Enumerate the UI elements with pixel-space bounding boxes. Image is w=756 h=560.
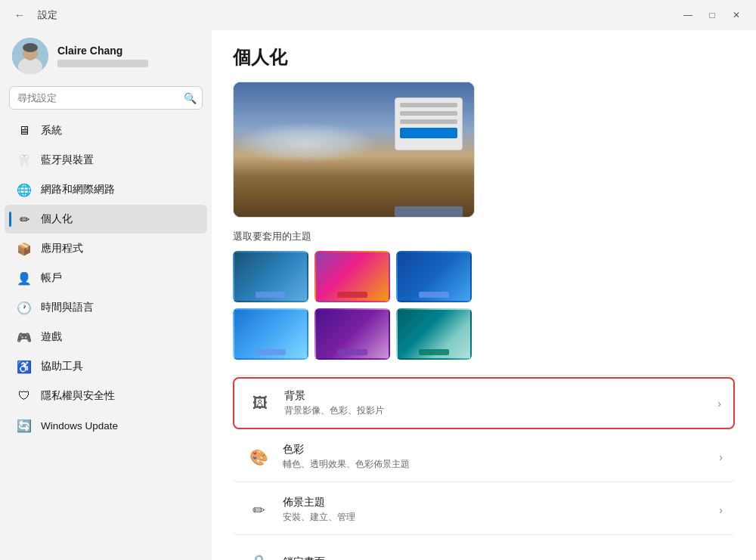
update-icon: 🔄 <box>17 418 32 433</box>
themes-grid <box>233 251 735 360</box>
menu-item-lockscreen[interactable]: 🔒 鎖定畫面 › <box>233 538 735 560</box>
themes-subtitle: 安裝、建立、管理 <box>283 511 719 524</box>
theme-taskbar-5 <box>337 349 367 355</box>
sidebar-label-update: Windows Update <box>41 420 118 432</box>
sidebar-item-bluetooth[interactable]: 🦷 藍牙與裝置 <box>5 146 207 175</box>
user-info: Claire Chang <box>57 45 148 67</box>
colors-chevron: › <box>719 451 723 463</box>
theme-taskbar-1 <box>256 292 286 298</box>
sidebar: Claire Chang 🔍 🖥 系統 🦷 藍牙與裝置 🌐 網路和網際網路 ✏ … <box>0 30 212 560</box>
themes-icon: ✏ <box>245 497 272 524</box>
accessibility-icon: ♿ <box>17 359 32 374</box>
theme-taskbar-6 <box>419 349 449 355</box>
user-bar <box>57 60 148 67</box>
sidebar-item-network[interactable]: 🌐 網路和網際網路 <box>5 175 207 204</box>
preview-line-3 <box>400 119 457 124</box>
games-icon: 🎮 <box>17 330 32 345</box>
menu-item-colors[interactable]: 🎨 色彩 輔色、透明效果、色彩佈景主題 › <box>233 432 735 482</box>
sidebar-label-accessibility: 協助工具 <box>41 360 83 373</box>
network-icon: 🌐 <box>17 182 32 197</box>
preview-button <box>400 128 457 138</box>
themes-title: 佈景主題 <box>283 496 719 509</box>
sidebar-label-network: 網路和網際網路 <box>41 183 115 196</box>
avatar-image <box>12 38 48 74</box>
theme-preview <box>233 82 475 218</box>
lockscreen-text: 鎖定畫面 <box>283 555 719 560</box>
background-title: 背景 <box>284 389 717 403</box>
theme-item-2[interactable] <box>314 251 390 302</box>
sidebar-item-account[interactable]: 👤 帳戶 <box>5 264 207 292</box>
sidebar-item-privacy[interactable]: 🛡 隱私權與安全性 <box>5 382 207 410</box>
menu-list: 🖼 背景 背景影像、色彩、投影片 › 🎨 色彩 輔色、透明效果、色彩佈景主題 ›… <box>233 375 735 560</box>
sidebar-item-games[interactable]: 🎮 遊戲 <box>5 323 207 351</box>
maximize-button[interactable]: □ <box>702 7 723 23</box>
main-container: Claire Chang 🔍 🖥 系統 🦷 藍牙與裝置 🌐 網路和網際網路 ✏ … <box>0 30 756 560</box>
background-chevron: › <box>717 398 721 410</box>
sidebar-item-update[interactable]: 🔄 Windows Update <box>5 411 207 440</box>
personalize-icon: ✏ <box>17 212 32 227</box>
sidebar-item-system[interactable]: 🖥 系統 <box>5 116 207 145</box>
preview-taskbar <box>395 206 463 217</box>
theme-item-4[interactable] <box>233 308 308 360</box>
title-bar-left: ← 設定 <box>9 5 57 26</box>
sidebar-label-games: 遊戲 <box>41 330 62 344</box>
apps-icon: 📦 <box>17 241 32 256</box>
sidebar-label-apps: 應用程式 <box>41 242 83 255</box>
theme-section-label: 選取要套用的主題 <box>233 230 735 243</box>
sidebar-item-personalize[interactable]: ✏ 個人化 <box>5 205 207 234</box>
search-input[interactable] <box>9 86 203 110</box>
themes-text: 佈景主題 安裝、建立、管理 <box>283 496 719 524</box>
minimize-button[interactable]: — <box>677 7 699 23</box>
colors-icon: 🎨 <box>245 444 272 471</box>
background-subtitle: 背景影像、色彩、投影片 <box>284 404 717 417</box>
system-icon: 🖥 <box>17 123 32 138</box>
lockscreen-chevron: › <box>719 556 723 560</box>
sidebar-item-apps[interactable]: 📦 應用程式 <box>5 234 207 263</box>
theme-item-3[interactable] <box>396 251 472 302</box>
theme-taskbar-4 <box>256 349 286 355</box>
sidebar-label-time: 時間與語言 <box>41 301 94 314</box>
theme-taskbar-3 <box>419 292 449 298</box>
sidebar-label-bluetooth: 藍牙與裝置 <box>41 153 94 167</box>
sidebar-label-system: 系統 <box>41 124 62 138</box>
user-section: Claire Chang <box>0 30 212 86</box>
privacy-icon: 🛡 <box>17 388 32 404</box>
menu-item-background[interactable]: 🖼 背景 背景影像、色彩、投影片 › <box>233 377 735 429</box>
avatar[interactable] <box>12 38 48 74</box>
preview-background <box>234 82 474 217</box>
page-title: 個人化 <box>233 45 735 70</box>
sidebar-item-time[interactable]: 🕐 時間與語言 <box>5 293 207 322</box>
search-icon: 🔍 <box>184 92 197 104</box>
title-bar-title: 設定 <box>38 8 57 22</box>
background-text: 背景 背景影像、色彩、投影片 <box>284 389 717 417</box>
account-icon: 👤 <box>17 271 32 286</box>
nav-list: 🖥 系統 🦷 藍牙與裝置 🌐 網路和網際網路 ✏ 個人化 📦 應用程式 👤 帳戶… <box>0 116 212 441</box>
preview-line-1 <box>400 103 457 107</box>
lockscreen-icon: 🔒 <box>245 549 272 560</box>
theme-item-1[interactable] <box>233 251 308 302</box>
colors-subtitle: 輔色、透明效果、色彩佈景主題 <box>283 458 719 471</box>
colors-text: 色彩 輔色、透明效果、色彩佈景主題 <box>283 443 719 471</box>
content-area: 個人化 選取要套用的主題 <box>212 30 756 560</box>
user-name: Claire Chang <box>57 45 148 57</box>
bluetooth-icon: 🦷 <box>17 153 32 168</box>
title-bar: ← 設定 — □ ✕ <box>0 0 756 30</box>
sidebar-label-personalize: 個人化 <box>41 212 73 226</box>
preview-line-2 <box>400 111 457 116</box>
back-button[interactable]: ← <box>9 5 30 26</box>
sidebar-label-privacy: 隱私權與安全性 <box>41 389 115 403</box>
preview-clouds <box>234 122 378 162</box>
close-button[interactable]: ✕ <box>726 7 747 23</box>
background-icon: 🖼 <box>246 390 274 417</box>
title-bar-controls: — □ ✕ <box>677 7 747 23</box>
preview-window <box>395 97 463 150</box>
search-box: 🔍 <box>9 86 203 110</box>
menu-item-themes[interactable]: ✏ 佈景主題 安裝、建立、管理 › <box>233 485 735 535</box>
theme-taskbar-2 <box>337 292 367 298</box>
theme-item-5[interactable] <box>314 308 390 360</box>
time-icon: 🕐 <box>17 300 32 315</box>
sidebar-label-account: 帳戶 <box>41 271 62 285</box>
sidebar-item-accessibility[interactable]: ♿ 協助工具 <box>5 352 207 381</box>
themes-chevron: › <box>719 504 723 516</box>
theme-item-6[interactable] <box>396 308 472 360</box>
